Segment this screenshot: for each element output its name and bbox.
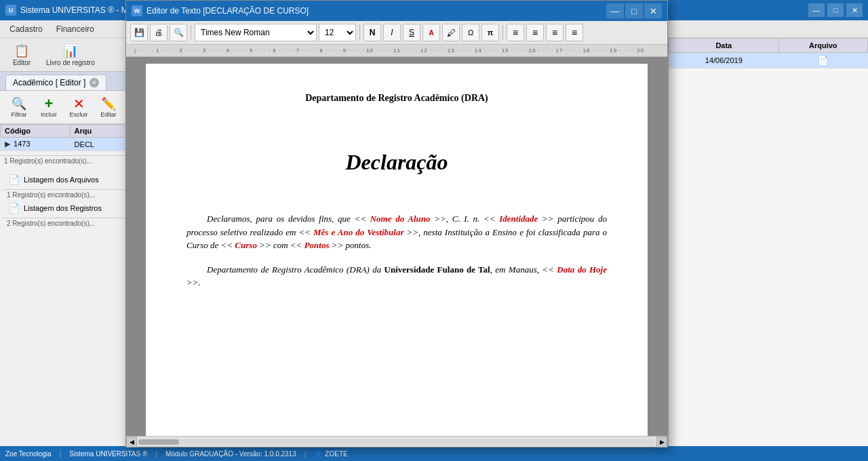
toolbar-sep-3 <box>502 24 503 41</box>
italic-btn[interactable]: I <box>383 24 401 41</box>
status-registros-2: 1 Registro(s) encontrado(s)... <box>3 189 125 200</box>
status-registros-3: 2 Registro(s) encontrado(s)... <box>3 218 125 228</box>
incluir-icon: + <box>41 96 56 111</box>
incluir-label: Incluir <box>41 111 57 118</box>
user-label: ZOETE <box>325 450 347 458</box>
right-cell-arquivo: 📄 <box>778 53 867 68</box>
p1-curso: Curso <box>235 240 257 250</box>
livro-registro-icon: 📊 <box>62 43 79 59</box>
special-btn2[interactable]: π <box>481 24 499 41</box>
font-family-select[interactable]: Times New Roman <box>195 24 317 41</box>
maximize-button[interactable]: □ <box>827 3 844 17</box>
filtrar-button[interactable]: 🔍 Filtrar <box>5 95 33 119</box>
p1-mes-ano: Mês e Ano do Vestibular <box>313 227 403 237</box>
editor-toolbar-btn[interactable]: 📋 Editor <box>5 41 38 68</box>
col-codigo: Código <box>1 125 71 138</box>
bold-btn[interactable]: N <box>363 24 381 41</box>
save-btn[interactable]: 💾 <box>130 24 148 41</box>
doc-header: Departamento de Registro Acadêmico (DRA) <box>186 91 607 105</box>
p1-pontos: Pontos <box>304 240 330 250</box>
right-col-arquivo: Arquivo <box>778 39 867 53</box>
livro-registro-label: Livro de registro <box>46 59 95 66</box>
file-icon: 📄 <box>817 55 829 66</box>
editor-maximize-btn[interactable]: □ <box>625 3 643 18</box>
print-btn[interactable]: 🖨 <box>150 24 167 41</box>
menu-cadastro[interactable]: Cadastro <box>3 22 50 36</box>
row-arrow-icon: ▶ <box>5 140 10 148</box>
hscroll-right-btn[interactable]: ▶ <box>656 437 667 447</box>
align-left-btn[interactable]: ≡ <box>507 24 524 41</box>
livro-registro-toolbar-btn[interactable]: 📊 Livro de registro <box>42 41 99 68</box>
status-sep-1: | <box>60 450 62 458</box>
company-label: Zoe Tecnologia <box>5 450 52 458</box>
editor-minimize-btn[interactable]: — <box>606 3 624 18</box>
nav-listagem-arquivos[interactable]: 📄 Listagem dos Arquivos <box>3 172 125 188</box>
filtrar-label: Filtrar <box>12 111 27 118</box>
align-justify-btn[interactable]: ≡ <box>566 24 583 41</box>
status-system: Sistema UNIVERSITAS ® <box>69 450 147 458</box>
right-cell-data: 14/06/2019 <box>669 53 779 68</box>
table-row[interactable]: ▶ 1473 DECL <box>1 138 128 151</box>
align-right-btn[interactable]: ≡ <box>546 24 564 41</box>
p1-text-2: >>, C. I. n. << <box>431 214 500 224</box>
p1-nome-aluno: Nome do Aluno <box>370 214 431 224</box>
app-icon: U <box>5 5 16 16</box>
doc-title: Declaração <box>186 146 607 178</box>
doc-paragraph-1: Declaramos, para os devidos fins, que <<… <box>186 212 607 252</box>
status-user: 👤 ZOETE <box>314 450 347 458</box>
right-table-row[interactable]: 14/06/2019 📄 <box>669 53 868 68</box>
nav-listagem-registros[interactable]: 📄 Listagem dos Registros <box>3 200 125 216</box>
status-sep-2: | <box>155 450 157 458</box>
align-center-btn[interactable]: ≡ <box>526 24 544 41</box>
tab-close-btn[interactable]: ✕ <box>90 78 99 87</box>
editor-modal: W Editor de Texto [DECLARAÇÃO DE CURSO] … <box>125 0 668 447</box>
p2-data: Data do Hoje <box>557 264 607 275</box>
p2-text-2: , em Manaus, << <box>490 264 557 275</box>
listagem-arquivos-label: Listagem dos Arquivos <box>24 176 99 184</box>
cell-arquivo: DECL <box>70 138 127 151</box>
user-icon: 👤 <box>314 450 322 458</box>
app-window: U Sistema UNIVERSITAS ® - Módulo GRADUAÇ… <box>0 0 868 461</box>
ruler: | · · · · 1 · · · · 2 · · · · 3 · · · · … <box>126 45 667 57</box>
sidebar-nav: 📄 Listagem dos Arquivos 1 Registro(s) en… <box>0 172 128 228</box>
special-btn1[interactable]: Ω <box>462 24 479 41</box>
close-button[interactable]: ✕ <box>846 3 863 17</box>
module-label: Módulo GRADUAÇÃO - Versão: 1.0.0.2313 <box>165 450 296 458</box>
hscroll-left-btn[interactable]: ◀ <box>126 437 137 447</box>
toolbar-sep-1 <box>191 24 191 41</box>
toolbar-sep-2 <box>359 24 360 41</box>
right-col-data: Data <box>669 39 779 53</box>
preview-btn[interactable]: 🔍 <box>170 24 187 41</box>
academico-editor-tab[interactable]: Acadêmico [ Editor ] ✕ <box>5 75 106 90</box>
editor-modal-icon: W <box>132 5 142 16</box>
tab-label: Acadêmico [ Editor ] <box>13 78 85 87</box>
editor-modal-title: Editor de Texto [DECLARAÇÃO DE CURSO] <box>146 6 606 16</box>
hscroll-thumb[interactable] <box>138 439 179 445</box>
menu-financeiro[interactable]: Financeiro <box>50 22 101 36</box>
doc-paragraph-2: Departamento de Registro Acadêmico (DRA)… <box>186 263 607 289</box>
underline-btn[interactable]: S <box>403 24 420 41</box>
editar-button[interactable]: ✏️ Editar <box>95 95 122 119</box>
status-registros-1: 1 Registro(s) encontrado(s)... <box>0 155 128 166</box>
editar-label: Editar <box>100 111 117 118</box>
excluir-icon: ✕ <box>71 96 86 111</box>
app-status-bar: Zoe Tecnologia | Sistema UNIVERSITAS ® |… <box>0 446 868 461</box>
excluir-label: Excluir <box>69 111 87 118</box>
p1-text-6: >> pontos. <box>329 240 371 250</box>
codigo-value: 1473 <box>14 140 30 148</box>
document-page: Departamento de Registro Acadêmico (DRA)… <box>146 64 648 436</box>
editor-icon: 📋 <box>14 43 30 59</box>
cell-codigo: ▶ 1473 <box>1 138 71 151</box>
p1-text-5: >> com << <box>257 240 304 250</box>
sidebar: 🔍 Filtrar + Incluir ✕ Excluir ✏️ Editar <box>0 91 129 461</box>
hscroll-track <box>138 439 655 445</box>
highlight-btn[interactable]: 🖊 <box>442 24 460 41</box>
status-sep-3: | <box>304 450 307 458</box>
editor-close-btn[interactable]: ✕ <box>644 3 662 18</box>
excluir-button[interactable]: ✕ Excluir <box>65 95 92 119</box>
font-color-btn[interactable]: A <box>422 24 440 41</box>
editor-doc-area[interactable]: Departamento de Registro Acadêmico (DRA)… <box>126 57 667 436</box>
font-size-select[interactable]: 12 <box>319 24 356 41</box>
minimize-button[interactable]: — <box>808 3 825 17</box>
incluir-button[interactable]: + Incluir <box>35 95 62 119</box>
